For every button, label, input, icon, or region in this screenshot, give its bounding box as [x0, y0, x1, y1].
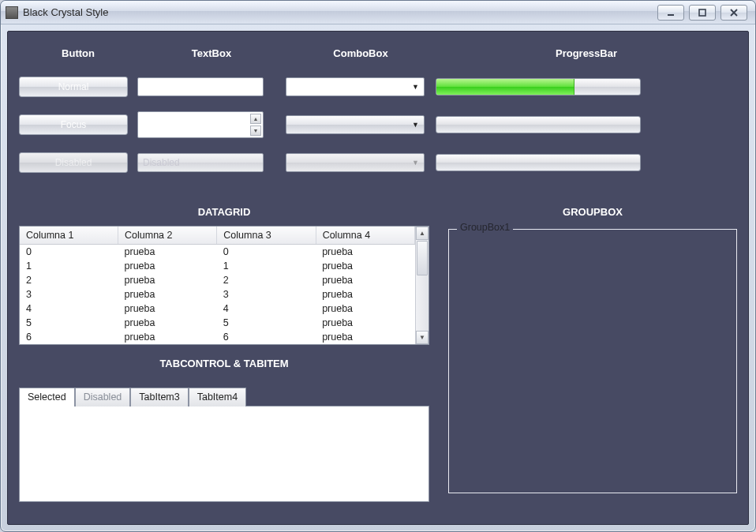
spinner-down-icon[interactable]: ▼ [250, 126, 261, 136]
table-cell: 4 [217, 302, 316, 316]
normal-button[interactable]: Normal [19, 77, 128, 97]
datagrid-scrollbar[interactable]: ▲ ▼ [415, 227, 429, 344]
tab-disabled-label: Disabled [84, 392, 122, 403]
scroll-track[interactable] [416, 276, 429, 331]
groupbox: GroupBox1 [448, 229, 737, 493]
tab-item4[interactable]: TabItem4 [189, 388, 246, 406]
datagrid-column-header[interactable]: Columna 4 [316, 227, 414, 245]
svg-rect-0 [668, 14, 674, 16]
table-cell: prueba [118, 273, 217, 287]
table-cell: 5 [20, 316, 118, 330]
table-cell: 6 [20, 330, 118, 344]
datagrid-column-header[interactable]: Columna 1 [20, 227, 118, 245]
tab-disabled: Disabled [75, 388, 131, 406]
table-cell: 2 [20, 273, 118, 287]
table-cell: prueba [316, 245, 414, 260]
column-headers: Button TextBox ComboBox ProgressBar [19, 43, 737, 72]
focus-button-label: Focus [61, 119, 87, 130]
table-cell: prueba [118, 316, 217, 330]
table-cell: prueba [118, 259, 217, 273]
client-area: Button TextBox ComboBox ProgressBar Norm… [7, 31, 749, 525]
titlebar: Black Crystal Style [1, 1, 755, 24]
minimize-button[interactable] [657, 5, 684, 21]
table-cell: prueba [316, 302, 414, 316]
table-row[interactable]: 5prueba5prueba [20, 316, 415, 330]
table-cell: 5 [217, 316, 316, 330]
table-row[interactable]: 4prueba4prueba [20, 302, 415, 316]
progressbar-empty-1 [436, 116, 641, 133]
tab-strip: Selected Disabled TabItem3 TabItem4 [19, 387, 429, 406]
tab-item3-label: TabItem3 [139, 392, 179, 403]
progressbar-active [436, 78, 641, 96]
scroll-thumb[interactable] [417, 241, 428, 275]
app-window: Black Crystal Style Button TextBox Combo… [0, 0, 756, 532]
right-column: GROUPBOX GroupBox1 [448, 201, 737, 493]
combobox-normal[interactable]: ▼ [286, 77, 425, 96]
scroll-down-icon[interactable]: ▼ [416, 331, 429, 344]
datagrid[interactable]: Columna 1Columna 2Columna 3Columna 4 0pr… [19, 226, 429, 345]
tab-item4-label: TabItem4 [197, 392, 238, 403]
table-cell: prueba [118, 245, 217, 260]
datagrid-column-header[interactable]: Columna 2 [118, 227, 217, 245]
table-row[interactable]: 3prueba3prueba [20, 287, 415, 302]
table-cell: 4 [20, 302, 118, 316]
datagrid-title: DATAGRID [19, 201, 429, 226]
combobox-disabled: ▼ [286, 153, 425, 172]
close-icon [729, 8, 739, 17]
datagrid-table: Columna 1Columna 2Columna 3Columna 4 0pr… [20, 227, 415, 344]
textbox-multiline[interactable]: ▲ ▼ [137, 111, 264, 138]
header-progressbar: ProgressBar [436, 43, 737, 72]
tabcontrol: Selected Disabled TabItem3 TabItem4 [19, 387, 429, 502]
table-cell: prueba [316, 330, 414, 344]
controls-row-2: Focus ▲ ▼ ▼ [19, 110, 737, 140]
normal-button-label: Normal [58, 81, 89, 92]
textbox-disabled: Disabled [137, 153, 264, 172]
table-row[interactable]: 0prueba0prueba [20, 245, 415, 260]
table-cell: 6 [217, 330, 316, 344]
spinner-up-icon[interactable]: ▲ [250, 114, 261, 124]
minimize-icon [666, 8, 676, 17]
datagrid-viewport: Columna 1Columna 2Columna 3Columna 4 0pr… [20, 227, 415, 344]
close-button[interactable] [720, 5, 747, 21]
table-cell: prueba [316, 259, 414, 273]
tab-item3[interactable]: TabItem3 [130, 388, 188, 406]
groupbox-legend-text: GroupBox1 [460, 222, 510, 233]
table-cell: 1 [20, 259, 118, 273]
table-cell: 1 [217, 259, 316, 273]
header-textbox: TextBox [137, 43, 286, 72]
chevron-down-icon: ▼ [412, 159, 419, 167]
controls-row-3: Disabled Disabled ▼ [19, 148, 737, 178]
table-cell: 0 [20, 245, 118, 260]
table-row[interactable]: 6prueba6prueba [20, 330, 415, 344]
tab-selected-label: Selected [28, 392, 66, 403]
tabcontrol-title: TABCONTROL & TABITEM [19, 353, 429, 377]
table-cell: prueba [316, 273, 414, 287]
table-cell: 3 [217, 287, 316, 302]
progressbar-empty-2 [436, 154, 641, 171]
table-cell: prueba [316, 287, 414, 302]
disabled-button-label: Disabled [55, 157, 92, 168]
tab-selected[interactable]: Selected [19, 388, 75, 406]
lower-section: DATAGRID Columna 1Columna 2Columna 3Colu… [19, 201, 737, 493]
table-cell: prueba [316, 316, 414, 330]
table-cell: 3 [20, 287, 118, 302]
scroll-up-icon[interactable]: ▲ [416, 227, 429, 240]
focus-button[interactable]: Focus [19, 114, 128, 135]
left-column: DATAGRID Columna 1Columna 2Columna 3Colu… [19, 201, 429, 493]
combobox-glass[interactable]: ▼ [286, 115, 425, 134]
svg-rect-1 [699, 9, 705, 16]
maximize-button[interactable] [689, 5, 716, 21]
table-row[interactable]: 1prueba1prueba [20, 259, 415, 273]
table-row[interactable]: 2prueba2prueba [20, 273, 415, 287]
chevron-down-icon: ▼ [412, 121, 419, 129]
textbox-normal[interactable] [137, 77, 264, 96]
table-cell: prueba [118, 302, 217, 316]
window-title: Black Crystal Style [23, 6, 108, 18]
disabled-button: Disabled [19, 152, 128, 173]
tab-content [19, 406, 429, 502]
textbox-disabled-placeholder: Disabled [143, 157, 180, 168]
table-cell: 0 [217, 245, 316, 260]
datagrid-column-header[interactable]: Columna 3 [217, 227, 316, 245]
spinner-buttons: ▲ ▼ [250, 114, 261, 136]
chevron-down-icon: ▼ [412, 83, 419, 91]
